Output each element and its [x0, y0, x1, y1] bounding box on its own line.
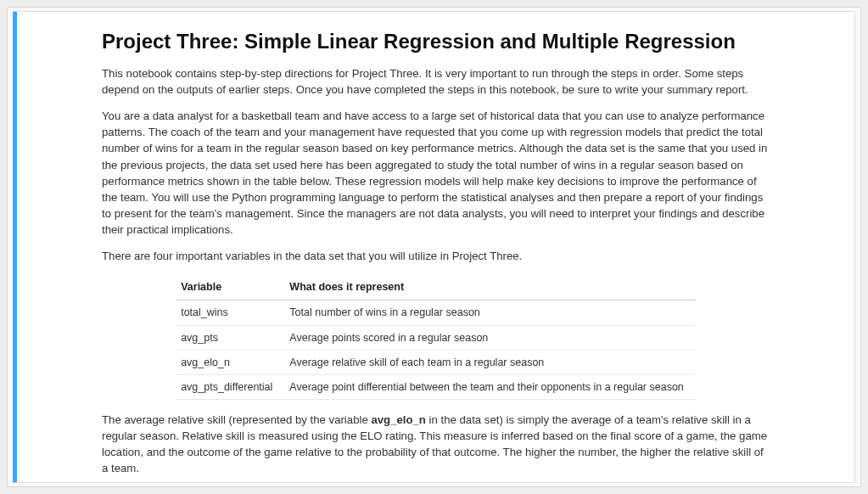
table-row: avg_pts_differential Average point diffe…: [176, 374, 696, 399]
elo-variable-bold: avg_elo_n: [371, 413, 426, 426]
table-cell-variable: avg_pts_differential: [176, 374, 284, 399]
table-header-variable: Variable: [176, 274, 284, 300]
table-cell-desc: Average points scored in a regular seaso…: [284, 325, 695, 350]
table-row: avg_elo_n Average relative skill of each…: [176, 350, 696, 374]
table-cell-desc: Average relative skill of each team in a…: [284, 350, 695, 374]
elo-pre-text: The average relative skill (represented …: [102, 413, 371, 426]
page-title: Project Three: Simple Linear Regression …: [102, 27, 770, 57]
cell-content: Project Three: Simple Linear Regression …: [27, 20, 844, 483]
notebook-container: Project Three: Simple Linear Regression …: [7, 7, 861, 487]
elo-paragraph: The average relative skill (represented …: [102, 412, 770, 477]
intro-paragraph-1: This notebook contains step-by-step dire…: [102, 65, 770, 98]
table-row: total_wins Total number of wins in a reg…: [176, 300, 696, 325]
intro-paragraph-2: You are a data analyst for a basketball …: [102, 108, 770, 238]
table-cell-variable: total_wins: [176, 300, 284, 325]
intro-paragraph-3: There are four important variables in th…: [102, 248, 770, 264]
table-cell-desc: Total number of wins in a regular season: [284, 300, 695, 325]
table-header-desc: What does it represent: [284, 274, 695, 300]
table-row: avg_pts Average points scored in a regul…: [176, 325, 696, 350]
variables-table: Variable What does it represent total_wi…: [176, 274, 696, 400]
table-header-row: Variable What does it represent: [176, 274, 696, 300]
table-cell-desc: Average point differential between the t…: [284, 374, 695, 399]
table-cell-variable: avg_elo_n: [176, 350, 284, 374]
table-cell-variable: avg_pts: [176, 325, 284, 350]
markdown-cell: Project Three: Simple Linear Regression …: [13, 11, 855, 483]
